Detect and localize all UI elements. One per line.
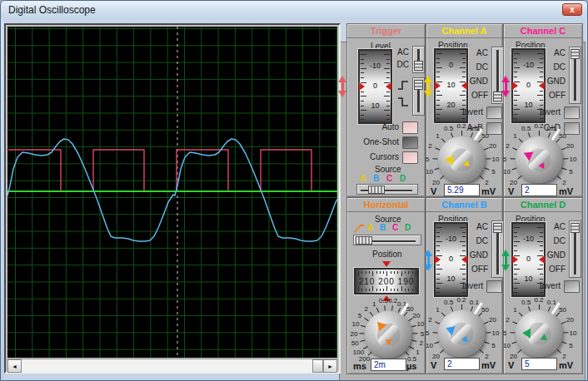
coupling-option-label: OFF	[460, 91, 488, 100]
slider-tick	[361, 110, 366, 111]
knob-tick	[471, 132, 473, 137]
knob-scale-number: 0.5	[444, 298, 453, 305]
switch-handle[interactable]	[414, 80, 423, 90]
knob-tick	[485, 167, 490, 170]
falling-edge-icon	[397, 97, 409, 106]
coupling-switch[interactable]	[412, 46, 425, 73]
millivolt-unit-label: mV	[559, 186, 573, 196]
display-tick	[358, 271, 359, 276]
double-arrow-up-icon	[338, 76, 346, 82]
slider-tick	[361, 63, 364, 64]
horizontal-scrollbar[interactable]: ◄►	[7, 359, 337, 372]
coupling-switch[interactable]	[569, 47, 581, 104]
millivolt-unit-label: mV	[481, 360, 496, 370]
trigger-edge-switch-frame[interactable]	[412, 77, 425, 116]
slider-tick	[514, 118, 517, 119]
switch-handle[interactable]	[571, 49, 580, 59]
channel-b-trace	[7, 139, 337, 241]
button-label: Invert	[433, 281, 483, 290]
button-label: Invert	[511, 281, 561, 290]
coupling-switch[interactable]	[569, 220, 581, 278]
coupling-option-label: GND	[537, 77, 566, 86]
slider-tick	[386, 92, 390, 92]
position-arrows[interactable]	[501, 250, 511, 271]
knob-tick	[412, 333, 417, 334]
knob-tick	[486, 158, 491, 159]
invert-button[interactable]	[486, 280, 502, 293]
knob-tick	[412, 340, 417, 342]
channel-panel-title: Channel A	[426, 24, 502, 38]
horizontal-position-display[interactable]: 210 200 190	[354, 268, 419, 294]
knob-scale-number: 1	[372, 299, 376, 307]
display-tick	[397, 271, 398, 274]
position-arrows[interactable]	[501, 76, 511, 97]
knob-tick	[433, 158, 438, 159]
slider-tick	[514, 250, 517, 251]
double-arrow-down-icon	[424, 91, 432, 97]
trigger-level-arrows[interactable]	[338, 76, 347, 97]
knob-scale-number: 20	[432, 353, 440, 360]
slider-tick	[514, 232, 517, 233]
double-arrow-down-icon	[338, 91, 346, 97]
auto-button[interactable]	[402, 121, 418, 134]
scroll-thumb[interactable]	[312, 359, 323, 373]
slider-tick	[514, 72, 517, 72]
display-tick	[369, 289, 370, 291]
knob-scale-number: 0.2	[534, 296, 543, 304]
double-arrow-stem	[427, 256, 430, 265]
button-label: Invert	[433, 107, 483, 116]
scale-value: 2	[444, 358, 480, 370]
knob-scale-number: 10	[352, 320, 360, 328]
knob-tick	[511, 167, 516, 170]
rising-edge-icon	[397, 81, 409, 90]
button-label: Invert	[511, 107, 561, 116]
display-tick	[376, 289, 377, 291]
slider-tick	[514, 241, 520, 242]
slider-tick	[514, 91, 517, 92]
position-pointer-top	[382, 261, 391, 267]
trigger-source-slider[interactable]	[356, 184, 418, 195]
one-shot-button[interactable]	[402, 136, 418, 149]
display-tick	[394, 289, 395, 291]
slider-tick	[514, 292, 517, 293]
slider-tick	[436, 95, 442, 96]
horizontal-panel-title: Horizontal	[347, 198, 425, 212]
slider-tick	[361, 68, 366, 69]
knob-tick	[486, 332, 491, 333]
slider-handle[interactable]	[356, 236, 372, 245]
slider-tick	[384, 110, 390, 111]
scroll-right-button[interactable]: ►	[323, 359, 337, 373]
knob-pointer	[445, 155, 453, 165]
knob-tick	[563, 158, 568, 159]
display-tick	[416, 271, 416, 276]
knob-scale-number: 2	[364, 304, 367, 312]
scroll-left-button[interactable]: ◄	[7, 359, 22, 373]
switch-handle[interactable]	[571, 223, 580, 233]
position-arrows[interactable]	[424, 76, 433, 97]
channel-d-panel: Channel DPosition-10010ACDCGNDOFFInvert2…	[503, 197, 583, 374]
coupling-option-label: AC	[537, 48, 566, 57]
double-arrow-up-icon	[424, 76, 432, 82]
slider-tick	[436, 250, 440, 251]
slider-handle[interactable]	[368, 186, 385, 194]
switch-handle[interactable]	[414, 61, 423, 71]
invert-button[interactable]	[564, 280, 580, 293]
switch-handle[interactable]	[493, 223, 502, 233]
knob-tick	[451, 132, 453, 137]
slider-tick	[514, 269, 520, 270]
cursors-button[interactable]	[402, 151, 418, 164]
knob-scale-number: 0.1	[547, 298, 556, 305]
invert-button[interactable]	[486, 106, 502, 119]
knob-tick	[360, 333, 365, 334]
title-bar[interactable]: Digital Oscilloscope x	[1, 1, 587, 19]
knob-scale-number: 2	[562, 179, 566, 186]
slider-tick	[386, 101, 390, 101]
horizontal-source-slider[interactable]	[353, 235, 421, 245]
invert-button[interactable]	[564, 106, 580, 119]
knob-scale-number: 2	[562, 353, 566, 360]
timebase-value: 2m	[371, 359, 406, 371]
knob-tick	[528, 132, 531, 137]
knob-scale-number: 50	[351, 339, 359, 346]
knob-scale-number: 10	[570, 329, 577, 336]
close-button[interactable]: x	[562, 3, 582, 16]
